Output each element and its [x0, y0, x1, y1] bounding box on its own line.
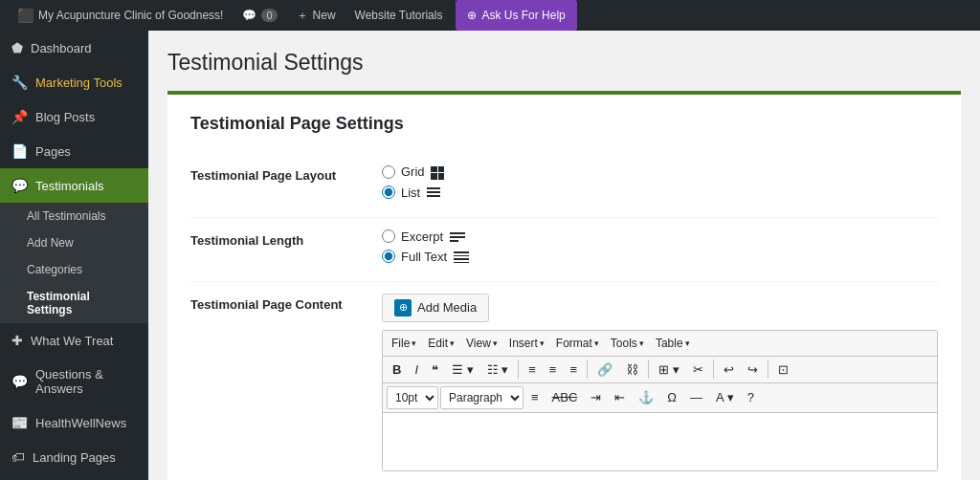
plus-icon: ＋ — [297, 8, 308, 24]
layout-list-label[interactable]: List — [401, 185, 440, 200]
editor-paragraph-toolbar: 10pt Paragraph ≡ ABC ⇥ ⇤ ⚓ Ω — [383, 383, 937, 413]
content-row: Testimonial Page Content ⊕ Add Media Fil… — [190, 281, 938, 480]
align-left-button[interactable]: ≡ — [523, 360, 542, 380]
outdent-button[interactable]: ⇤ — [609, 387, 631, 407]
sidebar-item-all-testimonials[interactable]: All Testimonials — [0, 203, 148, 229]
length-fulltext-radio[interactable] — [382, 250, 395, 263]
format-menu[interactable]: Format ▾ — [551, 334, 604, 353]
file-chevron: ▾ — [412, 338, 416, 348]
pages-icon: 📄 — [11, 143, 28, 159]
sidebar-item-testimonial-settings[interactable]: Testimonial Settings — [0, 283, 148, 323]
paragraph-align-button[interactable]: ≡ — [525, 387, 545, 407]
ask-us-button[interactable]: ⊕ Ask Us For Help — [456, 0, 576, 31]
sidebar-item-landing-pages[interactable]: 🏷 Landing Pages — [0, 440, 148, 474]
comment-icon: 💬 — [242, 9, 256, 22]
anchor-button[interactable]: ⚓ — [633, 387, 659, 407]
blockquote-button[interactable]: ❝ — [426, 360, 444, 380]
insert-menu[interactable]: Insert ▾ — [504, 334, 549, 353]
length-control: Excerpt Full Text — [382, 217, 938, 281]
layout-grid-radio[interactable] — [382, 165, 395, 179]
add-media-button[interactable]: ⊕ Add Media — [382, 294, 489, 322]
link-button[interactable]: 🔗 — [591, 360, 618, 380]
undo-button[interactable]: ↩ — [718, 360, 740, 380]
qa-icon: 💬 — [11, 374, 28, 389]
toolbar-sep-4 — [713, 360, 714, 379]
font-color-button[interactable]: A ▾ — [710, 387, 740, 407]
unordered-list-button[interactable]: ☰ ▾ — [446, 360, 479, 380]
length-fulltext-label[interactable]: Full Text — [401, 250, 469, 264]
layout-label: Testimonial Page Layout — [190, 153, 382, 217]
new-content-link[interactable]: ＋ New — [287, 0, 345, 31]
source-button[interactable]: ⊡ — [772, 360, 794, 380]
length-row: Testimonial Length Excerpt — [190, 217, 938, 281]
table-insert-button[interactable]: ⊞ ▾ — [653, 360, 685, 380]
format-chevron: ▾ — [594, 338, 599, 348]
indent-button[interactable]: ⇥ — [585, 387, 607, 407]
content-editor: ⊕ Add Media File ▾ Edit — [382, 281, 938, 480]
editor-body[interactable] — [383, 413, 937, 470]
content-label: Testimonial Page Content — [190, 281, 382, 480]
font-size-select[interactable]: 10pt — [387, 386, 438, 409]
layout-list-option: List — [382, 185, 938, 200]
editor-menu-toolbar: File ▾ Edit ▾ View ▾ — [383, 331, 937, 357]
file-menu[interactable]: File ▾ — [387, 334, 421, 353]
add-media-icon: ⊕ — [394, 299, 412, 316]
sidebar-item-what-we-treat[interactable]: ✚ What We Treat — [0, 323, 148, 358]
paragraph-select[interactable]: Paragraph — [440, 386, 523, 409]
layout-control: Grid List — [382, 153, 938, 217]
align-right-button[interactable]: ≡ — [564, 360, 583, 380]
settings-table: Testimonial Page Layout Grid — [190, 153, 938, 480]
align-center-button[interactable]: ≡ — [544, 360, 563, 380]
wrench-icon: 🔧 — [11, 75, 28, 90]
sidebar-item-blog-posts[interactable]: 📌 Blog Posts — [0, 99, 148, 134]
list-icon — [427, 187, 440, 199]
layout-grid-option: Grid — [382, 164, 938, 180]
edit-menu[interactable]: Edit ▾ — [423, 334, 459, 353]
testimonials-icon: 💬 — [11, 178, 28, 193]
sidebar: ⬟ Dashboard 🔧 Marketing Tools 📌 Blog Pos… — [0, 31, 148, 480]
admin-bar: ⬛ My Acupuncture Clinic of Goodness! 💬 0… — [0, 0, 980, 31]
toolbar-sep-3 — [648, 360, 649, 379]
comments-link[interactable]: 💬 0 — [233, 0, 286, 31]
table-chevron: ▾ — [685, 338, 690, 348]
length-label: Testimonial Length — [190, 217, 382, 281]
fulltext-icon — [454, 251, 469, 263]
sidebar-item-questions-answers[interactable]: 💬 Questions & Answers — [0, 358, 148, 405]
tools-chevron: ▾ — [639, 338, 644, 348]
sidebar-item-dashboard[interactable]: ⬟ Dashboard — [0, 31, 148, 65]
sidebar-item-testimonials[interactable]: 💬 Testimonials — [0, 168, 148, 203]
editor-wrap: File ▾ Edit ▾ View ▾ — [382, 330, 938, 471]
toolbar-sep-2 — [587, 360, 588, 379]
bold-button[interactable]: B — [387, 360, 407, 380]
view-menu[interactable]: View ▾ — [461, 334, 502, 353]
layout-list-radio[interactable] — [382, 185, 395, 199]
length-excerpt-option: Excerpt — [382, 229, 938, 244]
horizontal-rule-button[interactable]: — — [684, 387, 708, 407]
site-name[interactable]: ⬛ My Acupuncture Clinic of Goodness! — [8, 0, 233, 31]
wp-icon: ⬛ — [17, 8, 33, 23]
redo-button[interactable]: ↪ — [742, 360, 764, 380]
help-button[interactable]: ? — [742, 387, 760, 407]
unlink-button[interactable]: ⛓ — [620, 360, 644, 380]
sidebar-item-healthwellnews[interactable]: 📰 HealthWellNews — [0, 405, 148, 440]
length-excerpt-label[interactable]: Excerpt — [401, 229, 465, 244]
table-menu[interactable]: Table ▾ — [651, 334, 695, 353]
italic-button[interactable]: I — [409, 360, 424, 380]
ordered-list-button[interactable]: ☷ ▾ — [481, 360, 515, 380]
cut-row-button[interactable]: ✂ — [687, 360, 709, 380]
special-char-button[interactable]: Ω — [661, 387, 682, 407]
view-chevron: ▾ — [493, 338, 498, 348]
sidebar-item-pages[interactable]: 📄 Pages — [0, 134, 148, 168]
main-content: Testimonial Settings Testimonial Page Se… — [148, 31, 980, 480]
ask-us-icon: ⊕ — [467, 9, 477, 22]
sidebar-item-add-new[interactable]: Add New — [0, 229, 148, 256]
length-excerpt-radio[interactable] — [382, 229, 395, 243]
sidebar-item-marketing-tools[interactable]: 🔧 Marketing Tools — [0, 65, 148, 99]
toolbar-sep-5 — [768, 360, 768, 379]
tools-menu[interactable]: Tools ▾ — [606, 334, 649, 353]
layout-grid-label[interactable]: Grid — [401, 164, 444, 180]
landing-icon: 🏷 — [11, 449, 25, 465]
strikethrough-button[interactable]: ABC — [546, 387, 584, 407]
tutorials-link[interactable]: Website Tutorials — [345, 0, 453, 31]
sidebar-item-categories[interactable]: Categories — [0, 256, 148, 283]
